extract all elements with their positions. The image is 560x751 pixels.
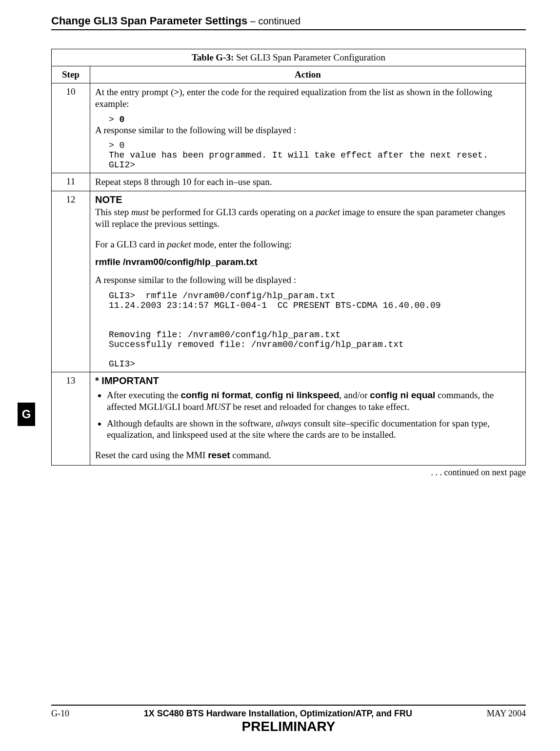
col-header-step: Step: [52, 66, 90, 83]
step-action: At the entry prompt (>), enter the code …: [90, 83, 526, 173]
step-number: 13: [52, 372, 90, 466]
body-text: Repeat steps 8 through 10 for each in–us…: [95, 176, 520, 188]
body-text: A response similar to the following will…: [95, 124, 520, 136]
step-number: 11: [52, 173, 90, 191]
note-heading: NOTE: [95, 194, 520, 205]
footer-rule: [51, 705, 526, 706]
important-heading: * IMPORTANT: [95, 375, 520, 386]
command-line: > 0: [109, 115, 520, 124]
header-rule: [51, 29, 526, 30]
body-text: For a GLI3 card in packet mode, enter th…: [95, 239, 520, 250]
table-caption: Table G-3: Set GLI3 Span Parameter Confi…: [52, 49, 526, 66]
list-item: Although defaults are shown in the softw…: [107, 418, 520, 441]
body-text: This step must be performed for GLI3 car…: [95, 206, 520, 230]
footer-page-number: G-10: [51, 709, 69, 719]
step-action: NOTE This step must be performed for GLI…: [90, 191, 526, 372]
footer-row: G-10 1X SC480 BTS Hardware Installation,…: [51, 709, 526, 719]
body-text: At the entry prompt (>), enter the code …: [95, 86, 520, 110]
page-footer: G-10 1X SC480 BTS Hardware Installation,…: [51, 705, 526, 734]
page-title-continued: – continued: [247, 16, 300, 26]
section-tab-label: G: [22, 407, 31, 421]
table-row: 10 At the entry prompt (>), enter the co…: [52, 83, 526, 173]
body-text: A response similar to the following will…: [95, 274, 520, 286]
footer-doc-title: 1X SC480 BTS Hardware Installation, Opti…: [69, 709, 487, 719]
bullet-list: After executing the config ni format, co…: [95, 389, 520, 441]
table-row: 13 * IMPORTANT After executing the confi…: [52, 372, 526, 466]
config-table: Table G-3: Set GLI3 Span Parameter Confi…: [51, 49, 526, 466]
page-container: Change GLI3 Span Parameter Settings – co…: [0, 0, 560, 751]
command-line: rmfile /nvram00/config/hlp_param.txt: [95, 257, 520, 267]
continued-note: . . . continued on next page: [51, 467, 526, 478]
list-item: After executing the config ni format, co…: [107, 389, 520, 413]
step-number: 10: [52, 83, 90, 173]
section-tab: G: [18, 403, 35, 426]
footer-date: MAY 2004: [487, 709, 526, 719]
col-header-action: Action: [90, 66, 526, 83]
step-action: * IMPORTANT After executing the config n…: [90, 372, 526, 466]
terminal-output: > 0 The value has been programmed. It wi…: [109, 141, 520, 170]
step-number: 12: [52, 191, 90, 372]
step-action: Repeat steps 8 through 10 for each in–us…: [90, 173, 526, 191]
table-caption-label: Table G-3:: [192, 52, 234, 62]
table-caption-text: Set GLI3 Span Parameter Configuration: [234, 52, 385, 62]
table-header-row: Step Action: [52, 66, 526, 83]
table-row: 12 NOTE This step must be performed for …: [52, 191, 526, 372]
running-header: Change GLI3 Span Parameter Settings – co…: [51, 15, 526, 27]
table-caption-row: Table G-3: Set GLI3 Span Parameter Confi…: [52, 49, 526, 66]
footer-preliminary: PRELIMINARY: [51, 719, 526, 734]
body-text: Reset the card using the MMI reset comma…: [95, 449, 520, 461]
table-row: 11 Repeat steps 8 through 10 for each in…: [52, 173, 526, 191]
page-title: Change GLI3 Span Parameter Settings: [51, 15, 247, 27]
terminal-output: GLI3> rmfile /nvram00/config/hlp_param.t…: [109, 291, 520, 369]
